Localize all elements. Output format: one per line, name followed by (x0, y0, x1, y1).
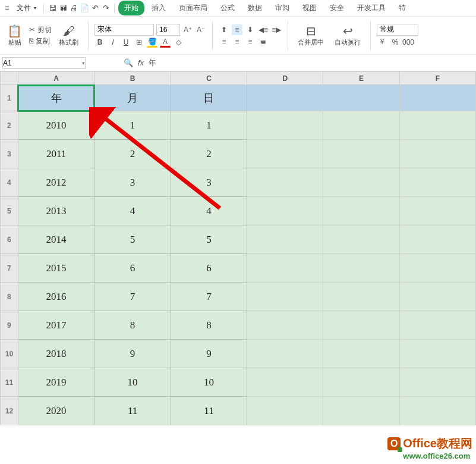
cell-A1[interactable]: 年 (18, 85, 94, 111)
align-top-icon[interactable]: ⬆ (219, 24, 229, 35)
cell[interactable] (247, 168, 323, 197)
row-header[interactable]: 2 (1, 111, 18, 140)
fx-icon[interactable]: fx (138, 58, 144, 67)
cell[interactable] (323, 85, 399, 111)
cell[interactable]: 2011 (18, 140, 94, 168)
cell[interactable]: 8 (171, 311, 247, 340)
align-left-icon[interactable]: ≡ (219, 36, 229, 47)
col-header-B[interactable]: B (94, 72, 171, 85)
font-name-combo[interactable] (94, 24, 154, 36)
cell[interactable] (323, 254, 399, 283)
cell[interactable] (399, 283, 475, 311)
file-menu[interactable]: 文件▾ (13, 2, 40, 14)
cell[interactable] (247, 225, 323, 254)
clear-format-icon[interactable]: ◇ (173, 37, 184, 48)
cell[interactable] (399, 85, 475, 111)
cell[interactable]: 7 (171, 283, 247, 311)
border-icon[interactable]: ⊞ (134, 37, 144, 48)
tab-layout[interactable]: 页面布局 (173, 1, 213, 15)
cell[interactable] (247, 140, 323, 168)
italic-icon[interactable]: I (108, 37, 118, 48)
cell[interactable] (399, 397, 475, 425)
row-header[interactable]: 5 (1, 197, 18, 225)
cut-button[interactable]: ✂剪切 (29, 25, 52, 35)
cell[interactable]: 11 (94, 397, 171, 425)
tab-data[interactable]: 数据 (242, 1, 268, 15)
currency-icon[interactable]: ￥ (377, 37, 387, 48)
tab-insert[interactable]: 插入 (146, 1, 172, 15)
cell[interactable]: 2018 (18, 340, 94, 368)
row-header[interactable]: 7 (1, 254, 18, 283)
row-header[interactable]: 4 (1, 168, 18, 197)
col-header-A[interactable]: A (18, 72, 94, 85)
paste-button[interactable]: 📋 粘贴 (4, 21, 26, 49)
cell[interactable] (247, 85, 323, 111)
decrease-font-icon[interactable]: A⁻ (196, 24, 206, 35)
cell[interactable] (399, 340, 475, 368)
cell[interactable] (323, 225, 399, 254)
cell[interactable]: 4 (171, 197, 247, 225)
cell[interactable] (323, 283, 399, 311)
cell[interactable]: 6 (94, 254, 171, 283)
print-icon[interactable]: 🖨 (69, 4, 78, 13)
align-center-icon[interactable]: ≡ (232, 36, 242, 47)
cell[interactable]: 11 (171, 397, 247, 425)
cell[interactable] (399, 311, 475, 340)
cell[interactable] (247, 368, 323, 397)
cell[interactable]: 8 (94, 311, 171, 340)
cell[interactable] (399, 225, 475, 254)
number-format-combo[interactable] (377, 24, 418, 36)
tab-devtools[interactable]: 开发工具 (351, 1, 392, 15)
cell-B1[interactable]: 月 (94, 85, 171, 111)
cell[interactable]: 6 (171, 254, 247, 283)
cell[interactable]: 2015 (18, 254, 94, 283)
cell[interactable]: 10 (171, 368, 247, 397)
print-preview-icon[interactable]: 📄 (80, 4, 89, 13)
align-right-icon[interactable]: ≡ (245, 36, 256, 47)
col-header-D[interactable]: D (247, 72, 323, 85)
cell[interactable]: 10 (94, 368, 171, 397)
cell[interactable] (323, 140, 399, 168)
row-header[interactable]: 11 (1, 368, 18, 397)
cell[interactable]: 1 (94, 111, 171, 140)
cell[interactable] (247, 311, 323, 340)
redo-icon[interactable]: ↷ (101, 4, 111, 13)
cell[interactable] (323, 340, 399, 368)
cell[interactable]: 2012 (18, 168, 94, 197)
row-header[interactable]: 9 (1, 311, 18, 340)
indent-right-icon[interactable]: ≡▶ (271, 24, 282, 35)
bold-icon[interactable]: B (94, 37, 105, 48)
merge-center-button[interactable]: ⊟ 合并居中 (294, 21, 327, 49)
font-size-combo[interactable] (156, 24, 180, 36)
cell[interactable] (399, 368, 475, 397)
justify-icon[interactable]: ≣ (258, 36, 269, 47)
cell[interactable]: 2019 (18, 368, 94, 397)
name-box[interactable]: A1▾ (2, 57, 86, 69)
cell[interactable] (399, 254, 475, 283)
align-middle-icon[interactable]: ≡ (232, 24, 242, 35)
cell[interactable]: 9 (171, 340, 247, 368)
copy-button[interactable]: ⎘复制 (29, 36, 52, 46)
col-header-F[interactable]: F (399, 72, 475, 85)
row-header[interactable]: 10 (1, 340, 18, 368)
cell[interactable]: 2016 (18, 283, 94, 311)
increase-font-icon[interactable]: A⁺ (182, 24, 193, 35)
save-icon[interactable]: 🖫 (48, 4, 57, 13)
cell[interactable]: 5 (94, 225, 171, 254)
row-header[interactable]: 6 (1, 225, 18, 254)
row-header[interactable]: 12 (1, 397, 18, 425)
row-header[interactable]: 8 (1, 283, 18, 311)
tab-more[interactable]: 特 (393, 1, 412, 15)
cell[interactable]: 2014 (18, 225, 94, 254)
underline-icon[interactable]: U (121, 37, 131, 48)
cell[interactable] (323, 311, 399, 340)
formula-input[interactable]: 年 (149, 58, 156, 68)
cell[interactable] (247, 340, 323, 368)
cell[interactable] (399, 140, 475, 168)
cell[interactable]: 3 (171, 168, 247, 197)
cell[interactable] (323, 168, 399, 197)
tab-security[interactable]: 安全 (324, 1, 350, 15)
format-painter-button[interactable]: 🖌 格式刷 (55, 22, 82, 49)
indent-left-icon[interactable]: ◀≡ (258, 24, 269, 35)
cell-C1[interactable]: 日 (171, 85, 247, 111)
